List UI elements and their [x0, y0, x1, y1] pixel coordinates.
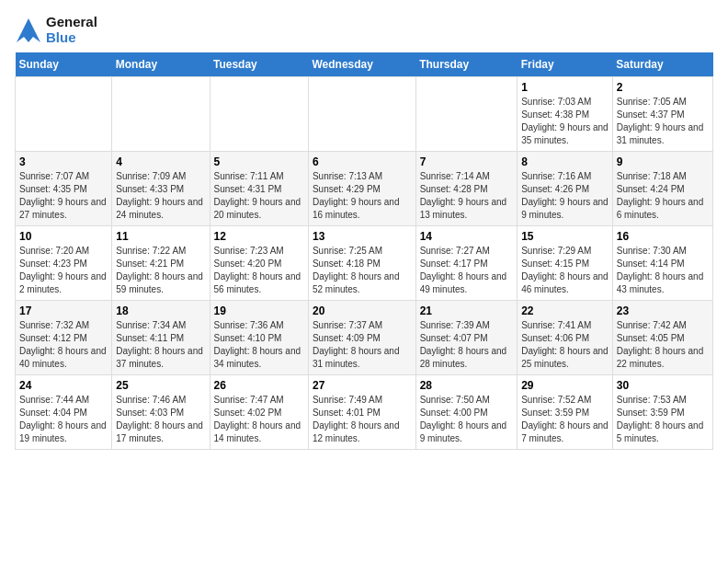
day-info: Sunrise: 7:20 AMSunset: 4:23 PMDaylight:…: [19, 245, 108, 296]
weekday-header-wednesday: Wednesday: [308, 52, 415, 77]
day-number: 22: [521, 304, 609, 317]
calendar-cell: 8Sunrise: 7:16 AMSunset: 4:26 PMDaylight…: [518, 152, 613, 226]
day-number: 13: [313, 230, 412, 243]
day-number: 4: [116, 155, 205, 168]
day-number: 6: [313, 155, 412, 168]
day-number: 27: [313, 379, 412, 392]
day-info: Sunrise: 7:42 AMSunset: 4:05 PMDaylight:…: [617, 319, 709, 371]
day-number: 9: [617, 155, 709, 168]
day-number: 30: [617, 379, 709, 392]
calendar-cell: 13Sunrise: 7:25 AMSunset: 4:18 PMDayligh…: [308, 226, 415, 301]
calendar-cell: 27Sunrise: 7:49 AMSunset: 4:01 PMDayligh…: [308, 375, 415, 450]
calendar-cell: 28Sunrise: 7:50 AMSunset: 4:00 PMDayligh…: [415, 375, 518, 450]
calendar-cell: 12Sunrise: 7:23 AMSunset: 4:20 PMDayligh…: [210, 226, 308, 301]
logo-line2: Blue: [46, 30, 97, 46]
day-info: Sunrise: 7:50 AMSunset: 4:00 PMDaylight:…: [420, 394, 514, 445]
calendar-cell: 23Sunrise: 7:42 AMSunset: 4:05 PMDayligh…: [612, 301, 712, 375]
weekday-header-saturday: Saturday: [612, 52, 712, 77]
day-number: 23: [617, 304, 709, 317]
day-number: 1: [521, 81, 609, 94]
calendar-cell: 18Sunrise: 7:34 AMSunset: 4:11 PMDayligh…: [112, 301, 210, 375]
day-info: Sunrise: 7:36 AMSunset: 4:10 PMDaylight:…: [214, 319, 304, 371]
weekday-header-thursday: Thursday: [415, 52, 518, 77]
day-number: 12: [214, 230, 304, 243]
calendar-cell: [210, 77, 308, 152]
calendar-cell: 24Sunrise: 7:44 AMSunset: 4:04 PMDayligh…: [16, 375, 112, 450]
day-info: Sunrise: 7:44 AMSunset: 4:04 PMDaylight:…: [19, 394, 108, 445]
calendar-cell: 6Sunrise: 7:13 AMSunset: 4:29 PMDaylight…: [308, 152, 415, 226]
calendar-cell: 19Sunrise: 7:36 AMSunset: 4:10 PMDayligh…: [210, 301, 308, 375]
day-info: Sunrise: 7:18 AMSunset: 4:24 PMDaylight:…: [617, 170, 709, 222]
day-info: Sunrise: 7:14 AMSunset: 4:28 PMDaylight:…: [420, 170, 514, 222]
svg-marker-0: [17, 18, 40, 42]
day-info: Sunrise: 7:52 AMSunset: 3:59 PMDaylight:…: [521, 394, 609, 445]
day-number: 29: [521, 379, 609, 392]
calendar-cell: 16Sunrise: 7:30 AMSunset: 4:14 PMDayligh…: [612, 226, 712, 301]
day-number: 7: [420, 155, 514, 168]
calendar-cell: [112, 77, 210, 152]
day-number: 28: [420, 379, 514, 392]
calendar-cell: 4Sunrise: 7:09 AMSunset: 4:33 PMDaylight…: [112, 152, 210, 226]
day-number: 25: [116, 379, 205, 392]
calendar-cell: 30Sunrise: 7:53 AMSunset: 3:59 PMDayligh…: [612, 375, 712, 450]
logo-line1: General: [46, 15, 97, 30]
day-number: 19: [214, 304, 304, 317]
logo: General Blue: [15, 15, 97, 45]
day-number: 14: [420, 230, 514, 243]
calendar-cell: 1Sunrise: 7:03 AMSunset: 4:38 PMDaylight…: [518, 77, 613, 152]
calendar-cell: 22Sunrise: 7:41 AMSunset: 4:06 PMDayligh…: [518, 301, 613, 375]
calendar-cell: 25Sunrise: 7:46 AMSunset: 4:03 PMDayligh…: [112, 375, 210, 450]
day-number: 26: [214, 379, 304, 392]
calendar-week-row: 1Sunrise: 7:03 AMSunset: 4:38 PMDaylight…: [16, 77, 713, 152]
day-number: 18: [116, 304, 205, 317]
day-number: 2: [617, 81, 709, 94]
day-info: Sunrise: 7:11 AMSunset: 4:31 PMDaylight:…: [214, 170, 304, 222]
day-info: Sunrise: 7:07 AMSunset: 4:35 PMDaylight:…: [19, 170, 108, 222]
calendar-cell: [415, 77, 518, 152]
weekday-header-sunday: Sunday: [16, 52, 112, 77]
day-number: 11: [116, 230, 205, 243]
day-info: Sunrise: 7:30 AMSunset: 4:14 PMDaylight:…: [617, 245, 709, 296]
page-header: General Blue: [15, 15, 713, 45]
calendar-cell: 7Sunrise: 7:14 AMSunset: 4:28 PMDaylight…: [415, 152, 518, 226]
calendar-cell: 26Sunrise: 7:47 AMSunset: 4:02 PMDayligh…: [210, 375, 308, 450]
calendar-cell: 11Sunrise: 7:22 AMSunset: 4:21 PMDayligh…: [112, 226, 210, 301]
day-number: 5: [214, 155, 304, 168]
day-number: 10: [19, 230, 108, 243]
day-info: Sunrise: 7:34 AMSunset: 4:11 PMDaylight:…: [116, 319, 205, 371]
day-info: Sunrise: 7:09 AMSunset: 4:33 PMDaylight:…: [116, 170, 205, 222]
weekday-header-monday: Monday: [112, 52, 210, 77]
day-number: 20: [313, 304, 412, 317]
day-info: Sunrise: 7:47 AMSunset: 4:02 PMDaylight:…: [214, 394, 304, 445]
calendar-body: 1Sunrise: 7:03 AMSunset: 4:38 PMDaylight…: [16, 77, 713, 450]
calendar-cell: 10Sunrise: 7:20 AMSunset: 4:23 PMDayligh…: [16, 226, 112, 301]
day-info: Sunrise: 7:27 AMSunset: 4:17 PMDaylight:…: [420, 245, 514, 296]
day-info: Sunrise: 7:16 AMSunset: 4:26 PMDaylight:…: [521, 170, 609, 222]
calendar-cell: [308, 77, 415, 152]
day-info: Sunrise: 7:41 AMSunset: 4:06 PMDaylight:…: [521, 319, 609, 371]
day-number: 21: [420, 304, 514, 317]
day-number: 3: [19, 155, 108, 168]
day-info: Sunrise: 7:25 AMSunset: 4:18 PMDaylight:…: [313, 245, 412, 296]
day-info: Sunrise: 7:53 AMSunset: 3:59 PMDaylight:…: [617, 394, 709, 445]
calendar-header: SundayMondayTuesdayWednesdayThursdayFrid…: [16, 52, 713, 77]
day-number: 24: [19, 379, 108, 392]
weekday-header-row: SundayMondayTuesdayWednesdayThursdayFrid…: [16, 52, 713, 77]
day-info: Sunrise: 7:13 AMSunset: 4:29 PMDaylight:…: [313, 170, 412, 222]
calendar-cell: 3Sunrise: 7:07 AMSunset: 4:35 PMDaylight…: [16, 152, 112, 226]
calendar-cell: 17Sunrise: 7:32 AMSunset: 4:12 PMDayligh…: [16, 301, 112, 375]
calendar-cell: 15Sunrise: 7:29 AMSunset: 4:15 PMDayligh…: [518, 226, 613, 301]
day-info: Sunrise: 7:03 AMSunset: 4:38 PMDaylight:…: [521, 96, 609, 147]
calendar-week-row: 10Sunrise: 7:20 AMSunset: 4:23 PMDayligh…: [16, 226, 713, 301]
day-number: 16: [617, 230, 709, 243]
logo-text-block: General Blue: [15, 15, 97, 45]
weekday-header-tuesday: Tuesday: [210, 52, 308, 77]
calendar-cell: 2Sunrise: 7:05 AMSunset: 4:37 PMDaylight…: [612, 77, 712, 152]
day-info: Sunrise: 7:32 AMSunset: 4:12 PMDaylight:…: [19, 319, 108, 371]
day-info: Sunrise: 7:22 AMSunset: 4:21 PMDaylight:…: [116, 245, 205, 296]
calendar-cell: 5Sunrise: 7:11 AMSunset: 4:31 PMDaylight…: [210, 152, 308, 226]
calendar-cell: [16, 77, 112, 152]
day-info: Sunrise: 7:23 AMSunset: 4:20 PMDaylight:…: [214, 245, 304, 296]
day-number: 8: [521, 155, 609, 168]
day-number: 15: [521, 230, 609, 243]
